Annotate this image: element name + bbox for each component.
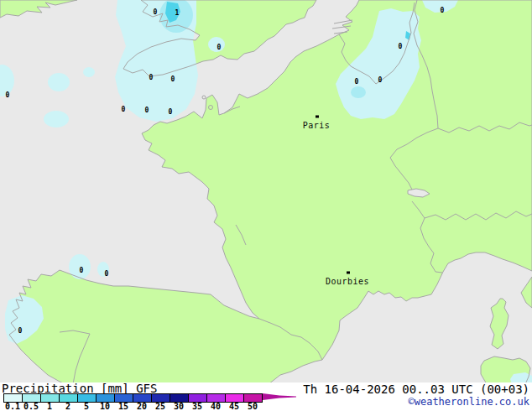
precip-value-label: 0 [441, 7, 445, 14]
legend-tick-label: 50 [243, 402, 262, 411]
legend-segment [189, 394, 207, 402]
precip-value-label: 0 [6, 91, 10, 99]
legend-segment [60, 394, 78, 402]
city-label: Paris [303, 121, 331, 130]
legend-segment [4, 394, 23, 402]
precip-value-label: 0 [378, 76, 383, 84]
precip-value-label: 1 [175, 9, 180, 17]
weather-map-screen: 0100000000000000 ParisDourbies Precipita… [0, 0, 532, 411]
legend-tick-label: 10 [96, 402, 114, 411]
city-dot [316, 116, 319, 118]
legend-segment [96, 394, 115, 402]
precip-value-label: 0 [355, 78, 359, 86]
precip-value-label: 0 [145, 107, 149, 114]
legend-segment [133, 394, 152, 402]
legend-tick-label: 20 [133, 402, 151, 411]
legend-tick-label: 15 [114, 402, 133, 411]
precip-value-label: 0 [149, 74, 154, 81]
legend-tick-label: 30 [170, 402, 188, 411]
legend-tick-label: 0.1 [3, 402, 22, 411]
legend-segment [244, 394, 262, 402]
precip-value-label: 0 [18, 327, 23, 335]
legend-segment [78, 394, 96, 402]
legend-tick-label: 5 [77, 402, 96, 411]
precip-value-label: 0 [399, 43, 403, 50]
legend-tick-labels: 0.10.5125101520253035404550 [3, 402, 262, 411]
valid-time-text: Th 16-04-2026 00..03 UTC (00+03) [303, 382, 529, 396]
copyright-link[interactable]: ©weatheronline.co.uk [409, 396, 530, 408]
legend-tick-label: 2 [59, 402, 77, 411]
legend-overflow-arrow [263, 392, 301, 402]
legend-segment [23, 394, 41, 402]
legend-tick-label: 35 [188, 402, 206, 411]
precip-value-label: 0 [154, 8, 158, 16]
city-dot [347, 272, 350, 274]
precip-value-label: 0 [217, 44, 222, 51]
city-label: Dourbies [326, 277, 369, 286]
legend-segment [226, 394, 244, 402]
precip-value-label: 0 [105, 270, 109, 278]
legend-segment [207, 394, 226, 402]
precipitation-map: 0100000000000000 ParisDourbies [0, 0, 532, 382]
legend-segment [115, 394, 133, 402]
precip-value-label: 0 [171, 75, 175, 83]
legend-tick-label: 40 [206, 402, 225, 411]
precip-value-label: 0 [169, 108, 173, 116]
legend-tick-label: 1 [40, 402, 59, 411]
legend-segment [41, 394, 60, 402]
precip-value-label: 0 [122, 106, 126, 113]
legend-segment [170, 394, 189, 402]
legend-tick-label: 25 [151, 402, 170, 411]
legend-tick-label: 45 [225, 402, 243, 411]
legend-tick-label: 0.5 [22, 402, 40, 411]
precip-value-label: 0 [80, 267, 84, 274]
legend-segment [152, 394, 170, 402]
